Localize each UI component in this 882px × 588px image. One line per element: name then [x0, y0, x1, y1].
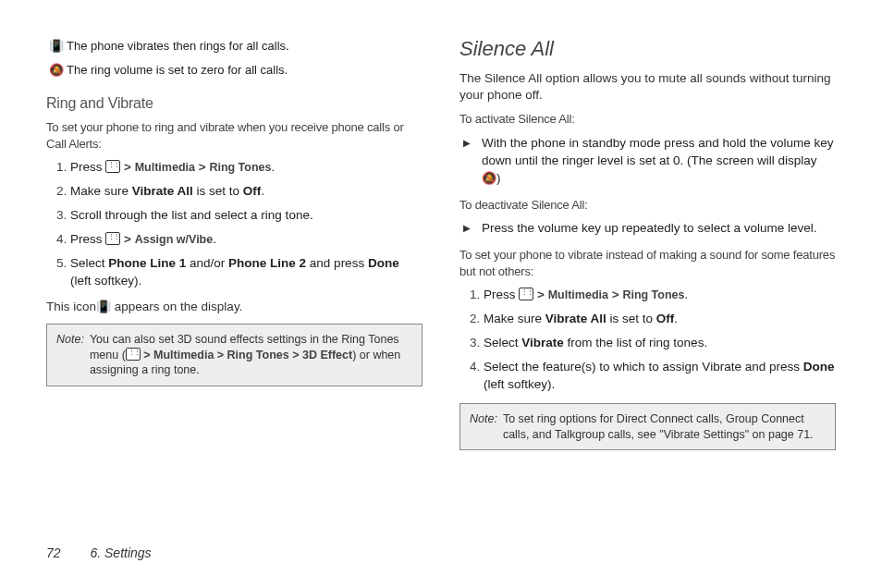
step-item: Scroll through the list and select a rin… — [70, 207, 423, 225]
legend-row: 📳 The phone vibrates then rings for all … — [46, 37, 423, 55]
page-number: 72 — [46, 545, 61, 560]
page-footer: 72 6. Settings — [46, 545, 152, 560]
step-item: Select Vibrate from the list of ring ton… — [484, 335, 836, 352]
bullet-item: Press the volume key up repeatedly to se… — [482, 220, 836, 238]
display-icon-line: This icon📳 appears on the display. — [46, 299, 423, 315]
legend-row: 🔕 The ring volume is set to zero for all… — [46, 61, 423, 80]
right-column: Silence All The Silence All option allow… — [459, 37, 836, 458]
step-item: Make sure Vibrate All is set to Off. — [70, 183, 423, 201]
menu-key-icon — [519, 288, 533, 300]
note-label: Note: — [470, 411, 497, 443]
menu-key-icon — [105, 232, 120, 245]
steps-list: Press > Multimedia > Ring Tones. Make su… — [459, 287, 836, 393]
step-item: Select the feature(s) to which to assign… — [484, 359, 836, 394]
menu-key-icon — [105, 160, 120, 173]
intro-text: To set your phone to ring and vibrate wh… — [46, 119, 423, 152]
step-item: Press > Assign w/Vibe. — [70, 231, 423, 249]
activate-lead: To activate Silence All: — [459, 111, 836, 128]
left-column: 📳 The phone vibrates then rings for all … — [46, 37, 423, 458]
bullet-list: Press the volume key up repeatedly to se… — [459, 220, 836, 238]
note-text: You can also set 3D sound effects settin… — [90, 332, 412, 379]
step-item: Press > Multimedia > Ring Tones. — [70, 159, 423, 177]
deactivate-lead: To deactivate Silence All: — [459, 197, 836, 214]
note-box: Note: To set ring options for Direct Con… — [459, 403, 836, 451]
note-text: To set ring options for Direct Connect c… — [503, 411, 826, 443]
silent-bell-icon: 🔕 — [482, 171, 496, 185]
vibrate-lead: To set your phone to vibrate instead of … — [459, 247, 836, 279]
step-item: Select Phone Line 1 and/or Phone Line 2 … — [70, 255, 423, 290]
vibrate-ring-icon: 📳 — [96, 300, 111, 313]
menu-key-icon — [126, 348, 141, 361]
steps-list: Press > Multimedia > Ring Tones. Make su… — [46, 159, 423, 289]
page-columns: 📳 The phone vibrates then rings for all … — [46, 37, 836, 458]
note-box: Note: You can also set 3D sound effects … — [46, 324, 423, 387]
intro-text: The Silence All option allows you to mut… — [459, 70, 836, 104]
legend-text: The ring volume is set to zero for all c… — [67, 61, 288, 80]
chapter-label: 6. Settings — [90, 545, 151, 560]
vibrate-ring-icon: 📳 — [46, 37, 67, 55]
bullet-item: With the phone in standby mode press and… — [482, 135, 836, 188]
section-heading-silence-all: Silence All — [459, 37, 836, 61]
bullet-list: With the phone in standby mode press and… — [459, 135, 836, 188]
step-item: Make sure Vibrate All is set to Off. — [484, 311, 836, 328]
subheading-ring-vibrate: Ring and Vibrate — [46, 95, 423, 112]
icon-legend-list: 📳 The phone vibrates then rings for all … — [46, 37, 423, 79]
step-item: Press > Multimedia > Ring Tones. — [484, 287, 836, 304]
note-label: Note: — [56, 332, 84, 379]
silent-bell-icon: 🔕 — [46, 61, 67, 80]
legend-text: The phone vibrates then rings for all ca… — [67, 37, 289, 55]
